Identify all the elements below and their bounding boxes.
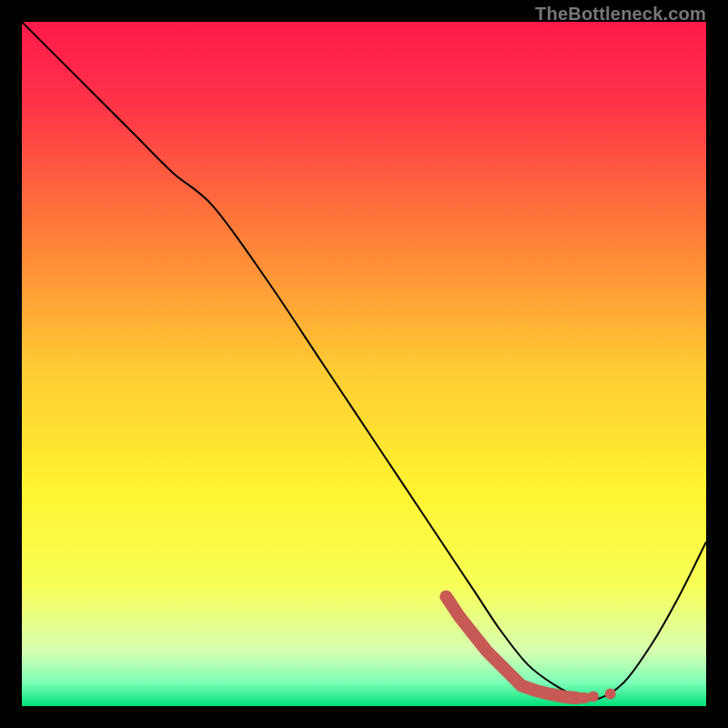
highlight-dot — [588, 691, 599, 702]
chart-svg — [22, 22, 706, 706]
plot-area — [22, 22, 706, 706]
highlight-dot — [605, 688, 616, 699]
chart-container: TheBottleneck.com — [0, 0, 728, 728]
